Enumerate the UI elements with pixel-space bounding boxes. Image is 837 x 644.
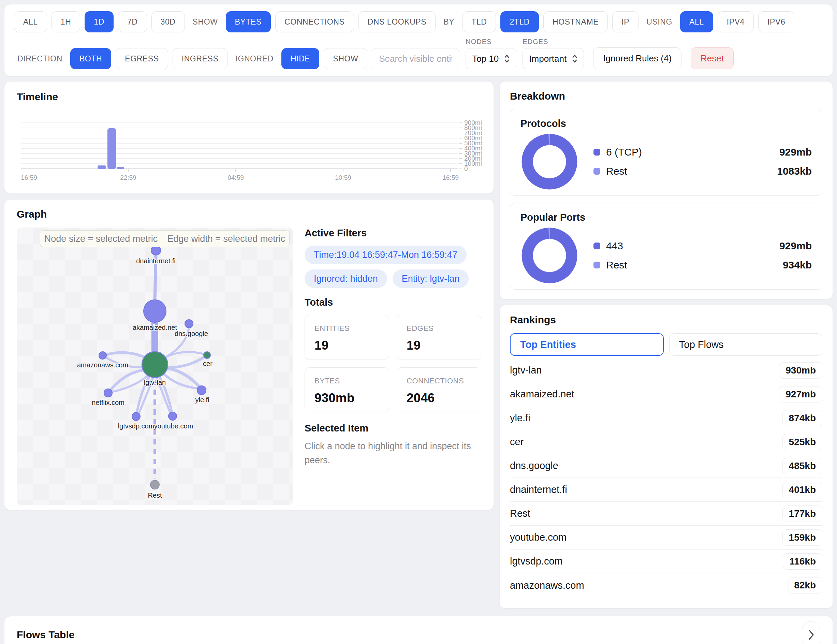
- rank-row-youtube[interactable]: youtube.com 159kb: [510, 526, 822, 550]
- rank-entity-name: lgtvsdp.com: [510, 556, 563, 567]
- port-443-legend-swatch: [594, 243, 600, 249]
- svg-text:Rest: Rest: [148, 491, 162, 499]
- tab-top-flows[interactable]: Top Flows: [669, 333, 822, 356]
- using-ipv6-button[interactable]: IPV6: [758, 11, 794, 33]
- ignored-hide-button[interactable]: HIDE: [281, 48, 319, 69]
- ignored-rules-button[interactable]: Ignored Rules (4): [593, 48, 681, 69]
- rank-row-ylefi[interactable]: yle.fi 874kb: [510, 406, 822, 430]
- ignored-filter-pill[interactable]: Ignored: hidden: [305, 269, 387, 288]
- chevron-updown-icon: [572, 54, 578, 64]
- edges-select[interactable]: Important: [522, 48, 584, 69]
- direction-both-button[interactable]: BOTH: [70, 48, 111, 69]
- rank-row-amazonaws[interactable]: amazonaws.com 82kb: [510, 573, 822, 597]
- svg-text:22:59: 22:59: [120, 174, 136, 181]
- toolbar-row-1: ALL 1H 1D 7D 30D SHOW BYTES CONNECTIONS …: [14, 11, 823, 33]
- ports-legend-row: Rest 934kb: [594, 259, 812, 271]
- node-youtube[interactable]: [169, 412, 177, 420]
- totals-entities-label: ENTITIES: [315, 324, 379, 333]
- using-group-label: USING: [647, 17, 672, 26]
- node-lgtvlan[interactable]: [142, 352, 168, 378]
- node-cer[interactable]: [204, 352, 210, 358]
- graph-metric-legend: Node size = selected metric Edge width =…: [40, 230, 290, 247]
- nodes-select[interactable]: Top 10: [466, 48, 516, 69]
- timeline-title: Timeline: [17, 91, 481, 103]
- direction-ingress-button[interactable]: INGRESS: [172, 48, 228, 69]
- rank-entity-value: 82kb: [788, 577, 822, 593]
- rank-row-cer[interactable]: cer 525kb: [510, 430, 822, 454]
- right-column: Breakdown Protocols 6 (TCP) 929mb: [499, 81, 833, 608]
- nodes-select-value: Top 10: [472, 54, 499, 64]
- node-dnsgoogle[interactable]: [185, 320, 193, 328]
- rankings-tabs: Top Entities Top Flows: [510, 333, 822, 356]
- rank-row-lgtvsdp[interactable]: lgtvsdp.com 116kb: [510, 550, 822, 573]
- by-2tld-button[interactable]: 2TLD: [501, 11, 539, 33]
- reset-button[interactable]: Reset: [691, 48, 734, 69]
- rank-entity-value: 401kb: [783, 481, 822, 498]
- rank-entity-name: dnainternet.fi: [510, 484, 567, 495]
- rest-legend-label: Rest: [606, 166, 627, 177]
- rank-row-akamaized[interactable]: akamaized.net 927mb: [510, 383, 822, 406]
- rest-legend-value: 1083kb: [777, 166, 812, 177]
- rank-entity-name: cer: [510, 436, 524, 447]
- node-amazonaws[interactable]: [99, 352, 107, 359]
- popular-ports-card: Popular Ports 443 929mb: [510, 203, 822, 289]
- by-ip-button[interactable]: IP: [612, 11, 638, 33]
- breakdown-title: Breakdown: [510, 90, 822, 102]
- timeline-panel: Timeline: [4, 81, 494, 194]
- metric-bytes-button[interactable]: BYTES: [226, 11, 271, 33]
- node-netflix[interactable]: [104, 389, 112, 397]
- entity-filter-pill[interactable]: Entity: lgtv-lan: [392, 269, 469, 288]
- ignored-show-button[interactable]: SHOW: [324, 48, 368, 69]
- rank-row-rest[interactable]: Rest 177kb: [510, 502, 822, 526]
- rankings-title: Rankings: [510, 314, 822, 326]
- time-1h-button[interactable]: 1H: [51, 11, 80, 33]
- ignored-group-label: IGNORED: [235, 48, 274, 69]
- node-rest[interactable]: [150, 480, 159, 489]
- time-1d-button[interactable]: 1D: [85, 11, 113, 33]
- rank-entity-name: lgtv-lan: [510, 365, 542, 376]
- search-input[interactable]: [372, 48, 459, 69]
- using-ipv4-button[interactable]: IPV4: [718, 11, 754, 33]
- rank-entity-value: 116kb: [783, 553, 822, 570]
- tab-top-entities[interactable]: Top Entities: [510, 333, 664, 356]
- metric-connections-button[interactable]: CONNECTIONS: [275, 11, 354, 33]
- rank-entity-value: 177kb: [783, 506, 822, 522]
- svg-text:16:59: 16:59: [21, 174, 37, 181]
- direction-egress-button[interactable]: EGRESS: [116, 48, 168, 69]
- metric-dns-lookups-button[interactable]: DNS LOOKUPS: [358, 11, 436, 33]
- time-all-button[interactable]: ALL: [14, 11, 47, 33]
- time-30d-button[interactable]: 30D: [151, 11, 185, 33]
- flows-table-panel: Flows Table: [4, 616, 833, 644]
- totals-edges-card: EDGES 19: [397, 315, 481, 360]
- network-graph-canvas[interactable]: Node size = selected metric Edge width =…: [17, 228, 293, 505]
- rankings-panel: Rankings Top Entities Top Flows lgtv-lan…: [499, 305, 833, 608]
- using-all-button[interactable]: ALL: [680, 11, 713, 33]
- node-ylefi[interactable]: [197, 386, 206, 395]
- breakdown-panel: Breakdown Protocols 6 (TCP) 929mb: [499, 81, 833, 299]
- by-hostname-button[interactable]: HOSTNAME: [543, 11, 608, 33]
- timeline-gridlines: [21, 123, 458, 169]
- nodes-select-group: NODES Top 10: [466, 38, 516, 69]
- flows-table-title: Flows Table: [17, 629, 74, 641]
- timeline-chart[interactable]: 900mb 800mb 700mb 600mb 500mb 400mb 300m…: [17, 107, 482, 182]
- tcp-legend-value: 929mb: [780, 146, 812, 158]
- protocols-donut-chart: [520, 133, 578, 191]
- svg-text:cer: cer: [203, 360, 212, 367]
- rank-entity-name: yle.fi: [510, 412, 530, 424]
- rank-row-dnainternet[interactable]: dnainternet.fi 401kb: [510, 478, 822, 502]
- dashboard-page: ALL 1H 1D 7D 30D SHOW BYTES CONNECTIONS …: [0, 0, 837, 644]
- node-akamaized[interactable]: [144, 300, 166, 322]
- by-group-label: BY: [443, 17, 454, 26]
- toolbar-row-2: DIRECTION BOTH EGRESS INGRESS IGNORED HI…: [14, 38, 823, 69]
- time-filter-pill[interactable]: Time:19.04 16:59:47-Mon 16:59:47: [305, 246, 466, 264]
- rank-entity-value: 874kb: [783, 410, 822, 426]
- chevron-updown-icon: [504, 54, 510, 64]
- time-7d-button[interactable]: 7D: [118, 11, 147, 33]
- rank-row-dnsgoogle[interactable]: dns.google 485kb: [510, 454, 822, 478]
- rank-row-lgtvlan[interactable]: lgtv-lan 930mb: [510, 358, 822, 383]
- by-tld-button[interactable]: TLD: [462, 11, 496, 33]
- node-lgtvsdp[interactable]: [132, 412, 140, 421]
- flows-table-expand-button[interactable]: [802, 621, 820, 644]
- timeline-x-labels: 16:59 22:59 04:59 10:59 16:59: [21, 174, 459, 181]
- graph-info-column: Active Filters Time:19.04 16:59:47-Mon 1…: [293, 228, 481, 505]
